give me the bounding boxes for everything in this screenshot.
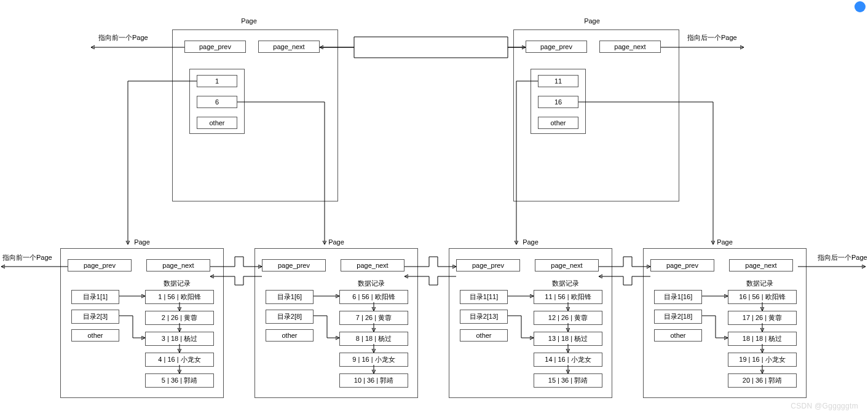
record-row: 4 | 16 | 小龙女 (145, 353, 214, 367)
page-title: Page (234, 17, 264, 25)
dir-entry: other (266, 329, 314, 342)
record-row: 20 | 36 | 郭靖 (728, 373, 797, 388)
record-row: 12 | 26 | 黄蓉 (534, 311, 602, 325)
record-row: 13 | 18 | 杨过 (534, 332, 602, 346)
record-row: 18 | 18 | 杨过 (728, 332, 797, 346)
ptr-next-label: 指向后一个Page (818, 253, 867, 262)
dir-entry: other (654, 329, 702, 342)
record-row: 10 | 36 | 郭靖 (339, 373, 408, 388)
dir-entry: 11 (538, 75, 578, 87)
dir-entry: 目录1[6] (266, 290, 314, 304)
page-next: page_next (535, 259, 599, 271)
record-row: 1 | 56 | 欧阳锋 (145, 290, 214, 304)
record-row: 6 | 56 | 欧阳锋 (339, 290, 408, 304)
page-prev: page_prev (68, 259, 132, 271)
record-row: 14 | 16 | 小龙女 (534, 353, 602, 367)
dir-entry: 16 (538, 96, 578, 108)
ptr-next-label: 指向后一个Page (687, 33, 737, 42)
data-section-title: 数据记录 (164, 279, 191, 288)
record-row: 15 | 36 | 郭靖 (534, 373, 602, 388)
page-prev: page_prev (262, 259, 326, 271)
dir-entry: 目录2[8] (266, 310, 314, 324)
data-section-title: 数据记录 (552, 279, 579, 288)
page-prev: page_prev (184, 41, 246, 53)
page-prev: page_prev (456, 259, 520, 271)
record-row: 7 | 26 | 黄蓉 (339, 311, 408, 325)
dir-entry: 6 (197, 96, 237, 108)
ptr-prev-label: 指向前一个Page (98, 33, 148, 42)
ptr-prev-label: 指向前一个Page (2, 253, 52, 262)
record-row: 5 | 36 | 郭靖 (145, 373, 214, 388)
record-row: 11 | 56 | 欧阳锋 (534, 290, 602, 304)
data-section-title: 数据记录 (746, 279, 773, 288)
page-prev: page_prev (650, 259, 714, 271)
record-row: 3 | 18 | 杨过 (145, 332, 214, 346)
page-next: page_next (341, 259, 404, 271)
dir-entry: 目录2[3] (71, 310, 119, 324)
page-title: Page (577, 17, 607, 25)
page-title: Page (515, 238, 546, 246)
record-row: 19 | 16 | 小龙女 (728, 353, 797, 367)
page-next: page_next (146, 259, 210, 271)
badge-icon (854, 1, 866, 12)
dir-entry: 目录1[1] (71, 290, 119, 304)
page-title: Page (321, 238, 352, 246)
dir-entry: 目录2[18] (654, 310, 702, 324)
dir-entry: 目录2[13] (460, 310, 508, 324)
dir-entry: other (71, 329, 119, 342)
dir-entry: 目录1[16] (654, 290, 702, 304)
record-row: 17 | 26 | 黄蓉 (728, 311, 797, 325)
page-prev: page_prev (526, 41, 587, 53)
page-title: Page (709, 238, 740, 246)
dir-entry: 目录1[11] (460, 290, 508, 304)
dir-entry: other (197, 117, 237, 129)
record-row: 16 | 56 | 欧阳锋 (728, 290, 797, 304)
data-section-title: 数据记录 (358, 279, 385, 288)
page-next: page_next (599, 41, 661, 53)
dir-entry: 1 (197, 75, 237, 87)
record-row: 8 | 18 | 杨过 (339, 332, 408, 346)
watermark: CSDN @Ggggggtm (791, 402, 858, 410)
page-next: page_next (729, 259, 793, 271)
record-row: 9 | 16 | 小龙女 (339, 353, 408, 367)
dir-entry: other (460, 329, 508, 342)
page-title: Page (127, 238, 157, 246)
page-next: page_next (258, 41, 320, 53)
dir-entry: other (538, 117, 578, 129)
record-row: 2 | 26 | 黄蓉 (145, 311, 214, 325)
